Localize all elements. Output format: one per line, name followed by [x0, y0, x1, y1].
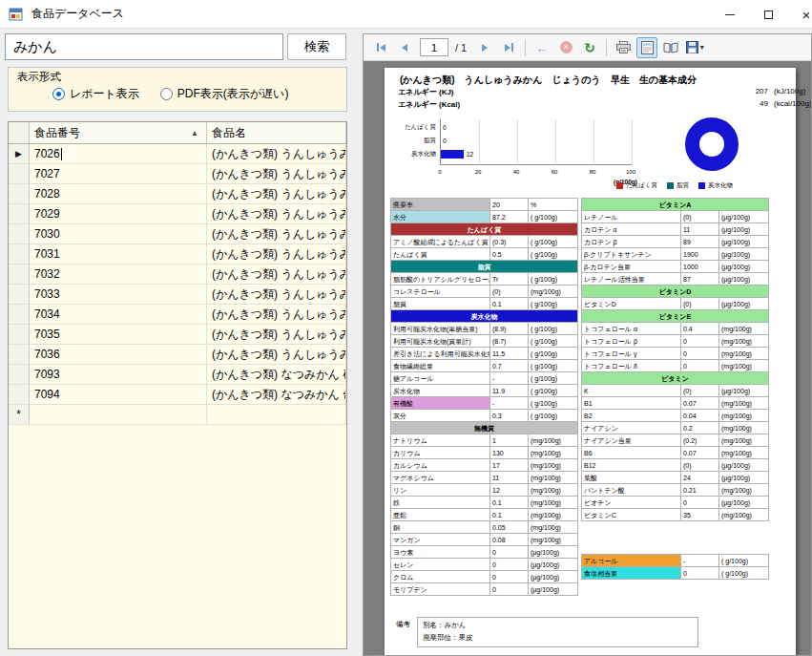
table-row[interactable]: 7029(かんきつ類) うんしゅうみか...	[9, 204, 346, 224]
row-selector[interactable]	[9, 184, 30, 203]
row-selector[interactable]	[9, 224, 30, 243]
nutrient-row: トコフェロール γ0(mg/100g)	[582, 348, 769, 360]
radio-pdf-display[interactable]: PDF表示(表示が遅い)	[160, 86, 289, 102]
table-row[interactable]: 7036(かんきつ類) うんしゅうみか...	[9, 345, 346, 365]
report-body[interactable]: (かんきつ類) うんしゅうみかん じょうのう 早生 生の基本成分 エネルギー (…	[364, 61, 811, 656]
cell-food-name[interactable]: (かんきつ類) うんしゅうみか...	[207, 244, 346, 264]
cell-food-number[interactable]: 7094	[30, 385, 207, 404]
maximize-button[interactable]	[749, 0, 787, 29]
nutrient-label: B6	[582, 447, 681, 459]
cell-food-name[interactable]: (かんきつ類) うんしゅうみか...	[207, 204, 346, 223]
cell-food-number[interactable]: 7030	[30, 224, 207, 243]
row-selector[interactable]	[9, 325, 30, 344]
table-row-new[interactable]: *	[9, 405, 346, 425]
cell-food-name[interactable]: (かんきつ類) うんしゅうみか...	[207, 305, 346, 324]
row-selector[interactable]	[9, 365, 30, 384]
nutrient-row: コレステロール(0)(mg/100g)	[391, 286, 578, 298]
nutrient-value: 0.2	[681, 422, 719, 434]
table-row[interactable]: 7030(かんきつ類) うんしゅうみか...	[9, 224, 346, 244]
back-button[interactable]: ←	[531, 37, 552, 58]
first-page-button[interactable]	[370, 37, 391, 58]
nutrient-row: B12(0)(μg/100g)	[582, 459, 769, 472]
nutrient-value: 0.08	[490, 534, 529, 546]
cell-food-name[interactable]: (かんきつ類) うんしゅうみか...	[207, 345, 346, 364]
nutrient-row: 炭水化物11.9( g/100g)	[391, 385, 578, 397]
table-row[interactable]: 7027(かんきつ類) うんしゅうみか...	[9, 164, 346, 184]
export-button[interactable]: ▾	[684, 37, 705, 58]
nutrient-value: Tr	[490, 273, 529, 286]
table-row[interactable]: 7034(かんきつ類) うんしゅうみか...	[9, 305, 346, 325]
radio-icon[interactable]	[52, 88, 65, 100]
table-row[interactable]: 7031(かんきつ類) うんしゅうみか...	[9, 244, 346, 265]
page-setup-button[interactable]	[660, 37, 681, 58]
prev-page-button[interactable]	[394, 37, 415, 58]
refresh-button[interactable]: ↻	[579, 37, 600, 58]
stop-button[interactable]: ×	[555, 37, 576, 58]
chart-tick-label: 80	[587, 169, 598, 175]
cell-food-number[interactable]: 7093	[30, 365, 207, 384]
row-selector[interactable]	[9, 265, 30, 284]
row-selector[interactable]	[9, 385, 30, 404]
row-selector[interactable]	[9, 244, 30, 264]
cell-food-name[interactable]	[207, 405, 346, 424]
remarks-label: 備考	[396, 617, 410, 647]
nutrient-value: 87	[681, 273, 719, 286]
minimize-button[interactable]	[711, 0, 749, 29]
title-bar: 食品データベース ×	[0, 0, 812, 29]
radio-icon[interactable]	[160, 88, 173, 100]
nutrient-unit: (mg/100g)	[529, 472, 578, 484]
close-button[interactable]: ×	[787, 0, 812, 29]
cell-food-number[interactable]: 7032	[30, 265, 207, 284]
table-row[interactable]: 7033(かんきつ類) うんしゅうみか...	[9, 285, 346, 305]
next-page-button[interactable]	[474, 37, 495, 58]
cell-food-name[interactable]: (かんきつ類) なつみかん 缶...	[207, 385, 346, 404]
table-row[interactable]: 7028(かんきつ類) うんしゅうみか...	[9, 184, 346, 204]
row-selector[interactable]	[9, 305, 30, 324]
cell-food-number[interactable]: 7035	[30, 325, 207, 344]
cell-food-number[interactable]: 7027	[30, 164, 207, 183]
cell-food-number[interactable]: 7033	[30, 285, 207, 304]
cell-food-number[interactable]: 7034	[30, 305, 207, 324]
row-selector[interactable]: ▶	[9, 144, 30, 163]
cell-food-name[interactable]: (かんきつ類) うんしゅうみか...	[207, 285, 346, 304]
nutrient-unit: ( g/100g)	[529, 397, 578, 410]
nutrient-value: (0)	[681, 459, 719, 472]
search-button[interactable]: 検索	[287, 33, 346, 60]
table-row[interactable]: ▶7026(かんきつ類) うんしゅうみか...	[9, 144, 346, 164]
grid-header-food-name[interactable]: 食品名	[207, 122, 346, 143]
cell-food-number[interactable]: 7036	[30, 345, 207, 364]
row-selector[interactable]	[9, 204, 30, 223]
cell-food-name[interactable]: (かんきつ類) うんしゅうみか...	[207, 325, 346, 344]
table-row[interactable]: 7094(かんきつ類) なつみかん 缶...	[9, 385, 346, 405]
nutrient-label: ナトリウム	[391, 434, 490, 447]
table-row[interactable]: 7035(かんきつ類) うんしゅうみか...	[9, 325, 346, 345]
cell-food-number[interactable]: 7031	[30, 244, 207, 264]
print-layout-button[interactable]	[636, 37, 657, 58]
cell-food-name[interactable]: (かんきつ類) うんしゅうみか...	[207, 184, 346, 203]
search-input[interactable]	[5, 33, 283, 60]
cell-food-number[interactable]: 7028	[30, 184, 207, 203]
grid-header-food-number[interactable]: 食品番号 ▲	[30, 122, 207, 143]
cell-food-number[interactable]	[30, 405, 207, 424]
grid-corner[interactable]	[9, 122, 30, 143]
page-number-input[interactable]	[420, 38, 448, 56]
nutrient-row: ビオチン0(μg/100g)	[582, 497, 769, 509]
row-selector[interactable]	[9, 164, 30, 183]
table-row[interactable]: 7032(かんきつ類) うんしゅうみか...	[9, 265, 346, 285]
cell-food-name[interactable]: (かんきつ類) うんしゅうみか...	[207, 224, 346, 243]
row-selector[interactable]	[9, 345, 30, 364]
table-row[interactable]: 7093(かんきつ類) なつみかん 砂...	[9, 365, 346, 385]
prev-page-icon	[402, 44, 407, 52]
radio-report-display[interactable]: レポート表示	[52, 86, 139, 102]
nutrient-label: ビオチン	[582, 497, 681, 509]
print-button[interactable]	[613, 37, 634, 58]
cell-food-number[interactable]: 7026	[30, 144, 207, 163]
cell-food-name[interactable]: (かんきつ類) なつみかん 砂...	[207, 365, 346, 384]
table-spacer	[581, 521, 582, 554]
cell-food-number[interactable]: 7029	[30, 204, 207, 223]
cell-food-name[interactable]: (かんきつ類) うんしゅうみか...	[207, 164, 346, 183]
last-page-button[interactable]	[498, 37, 519, 58]
cell-food-name[interactable]: (かんきつ類) うんしゅうみか...	[207, 265, 346, 284]
row-selector[interactable]	[9, 285, 30, 304]
cell-food-name[interactable]: (かんきつ類) うんしゅうみか...	[207, 144, 346, 163]
